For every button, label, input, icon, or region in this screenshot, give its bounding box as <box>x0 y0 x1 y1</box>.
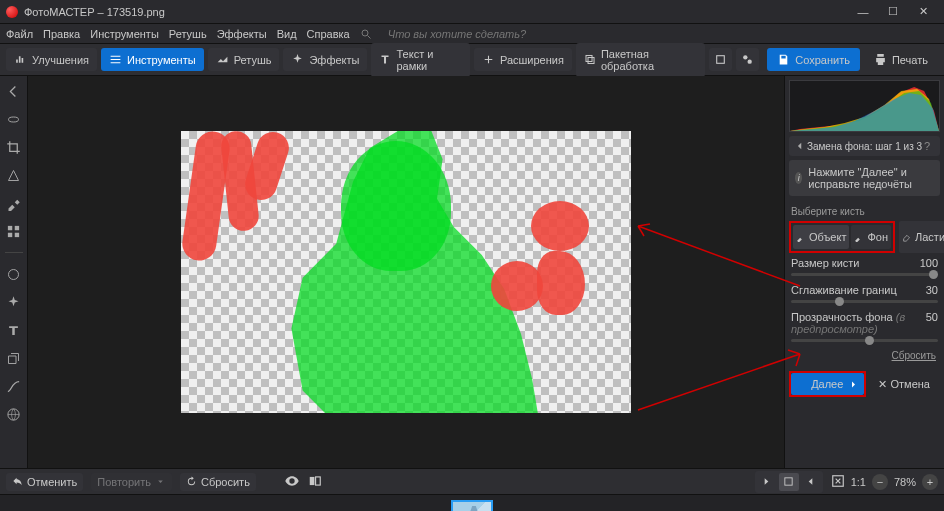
lasso-icon[interactable] <box>5 110 23 128</box>
step-title: Замена фона: шаг 1 из 3 <box>805 141 924 152</box>
chevron-left-icon[interactable] <box>795 141 805 151</box>
zoom-in-button[interactable]: + <box>922 474 938 490</box>
zoom-controls: 1:1 − 78% + <box>831 474 938 490</box>
filmstrip <box>0 494 944 511</box>
bg-mark <box>491 261 543 311</box>
zoom-value: 78% <box>894 476 916 488</box>
app-logo-icon <box>6 6 18 18</box>
filmstrip-thumb[interactable] <box>451 500 493 511</box>
menu-file[interactable]: Файл <box>6 28 33 40</box>
view-next-icon[interactable] <box>801 473 821 491</box>
histogram <box>789 80 940 132</box>
tab-extensions[interactable]: Расширения <box>474 48 572 71</box>
menu-edit[interactable]: Правка <box>43 28 80 40</box>
redo-button[interactable]: Повторить <box>91 473 172 491</box>
choose-brush-label: Выберите кисть <box>785 200 944 221</box>
close-button[interactable]: ✕ <box>908 5 938 18</box>
svg-rect-14 <box>315 476 320 484</box>
svg-point-11 <box>9 269 19 279</box>
svg-rect-13 <box>310 476 315 484</box>
panel-step-header: Замена фона: шаг 1 из 3 ? <box>789 136 940 156</box>
view-single-icon[interactable] <box>757 473 777 491</box>
undo-button[interactable]: Отменить <box>6 473 83 491</box>
view-mode-group <box>755 471 823 493</box>
svg-rect-8 <box>15 225 19 229</box>
bottom-bar: Отменить Повторить Сбросить 1:1 − 78% + <box>0 468 944 494</box>
maximize-button[interactable]: ☐ <box>878 5 908 18</box>
tab-batch[interactable]: Пакетная обработка <box>576 43 705 77</box>
text-icon[interactable] <box>5 321 23 339</box>
tab-retouch[interactable]: Ретушь <box>208 48 280 71</box>
menu-bar: Файл Правка Инструменты Ретушь Эффекты В… <box>0 24 944 44</box>
svg-point-5 <box>743 55 747 59</box>
brush-background-button[interactable]: Фон <box>851 225 891 249</box>
annotation-arrow-icon <box>628 310 808 420</box>
svg-rect-3 <box>588 57 594 63</box>
menu-help[interactable]: Справка <box>307 28 350 40</box>
view-grid-icon[interactable] <box>779 473 799 491</box>
brush-eraser-button[interactable]: Ластик <box>899 221 944 253</box>
hint-text: Нажмите "Далее" и исправьте недочёты <box>808 166 934 190</box>
brush-icon[interactable] <box>5 194 23 212</box>
preview-toggle-icon[interactable] <box>284 473 300 491</box>
minimize-button[interactable]: — <box>848 6 878 18</box>
toolbar-extra-1[interactable] <box>709 48 732 71</box>
tab-improvements[interactable]: Улучшения <box>6 48 97 71</box>
edge-smooth-slider[interactable]: Сглаживание границ30 <box>785 280 944 307</box>
fit-label[interactable]: 1:1 <box>851 476 866 488</box>
back-arrow-icon[interactable] <box>5 82 23 100</box>
image-canvas[interactable] <box>181 131 631 413</box>
filmstrip-prev[interactable] <box>6 501 24 511</box>
sparkle-icon[interactable] <box>5 293 23 311</box>
print-button[interactable]: Печать <box>864 48 938 71</box>
cancel-button[interactable]: ✕ Отмена <box>868 371 941 397</box>
curve-icon[interactable] <box>5 377 23 395</box>
annotation-arrow-icon <box>628 216 808 296</box>
globe-icon[interactable] <box>5 405 23 423</box>
compare-icon[interactable] <box>308 474 322 490</box>
grid-icon[interactable] <box>5 222 23 240</box>
menu-tools[interactable]: Инструменты <box>90 28 159 40</box>
chevron-right-icon <box>849 380 858 389</box>
svg-point-6 <box>748 60 752 64</box>
menu-retouch[interactable]: Ретушь <box>169 28 207 40</box>
right-panel: Замена фона: шаг 1 из 3 ? i Нажмите "Дал… <box>784 76 944 468</box>
clone-icon[interactable] <box>5 349 23 367</box>
title-bar: ФотоМАСТЕР – 173519.png — ☐ ✕ <box>0 0 944 24</box>
search-placeholder[interactable]: Что вы хотите сделать? <box>388 28 526 40</box>
geometry-icon[interactable] <box>5 166 23 184</box>
crop-icon[interactable] <box>5 138 23 156</box>
svg-rect-4 <box>717 56 725 64</box>
reset-link[interactable]: Сбросить <box>785 346 944 365</box>
svg-point-0 <box>362 30 368 36</box>
fit-screen-icon[interactable] <box>831 474 845 490</box>
menu-view[interactable]: Вид <box>277 28 297 40</box>
menu-effects[interactable]: Эффекты <box>217 28 267 40</box>
svg-rect-10 <box>15 232 19 236</box>
help-icon[interactable]: ? <box>924 140 934 152</box>
svg-line-1 <box>367 35 370 38</box>
bg-mark <box>531 201 589 251</box>
main-toolbar: Улучшения Инструменты Ретушь Эффекты Тек… <box>0 44 944 76</box>
left-tool-strip <box>0 76 28 468</box>
filmstrip-next[interactable] <box>920 501 938 511</box>
face-icon[interactable] <box>5 265 23 283</box>
canvas-area[interactable] <box>28 76 784 468</box>
tab-tools[interactable]: Инструменты <box>101 48 204 71</box>
window-title: ФотоМАСТЕР – 173519.png <box>24 6 848 18</box>
next-button[interactable]: Далее <box>791 373 864 395</box>
brush-size-slider[interactable]: Размер кисти100 <box>785 253 944 280</box>
zoom-out-button[interactable]: − <box>872 474 888 490</box>
svg-rect-9 <box>8 232 12 236</box>
reset-button[interactable]: Сбросить <box>180 473 256 491</box>
close-icon: ✕ <box>878 378 887 391</box>
tab-effects[interactable]: Эффекты <box>283 48 367 71</box>
info-icon: i <box>795 172 802 184</box>
bg-opacity-slider[interactable]: Прозрачность фона (в предпросмотре)50 <box>785 307 944 346</box>
hint-bar: i Нажмите "Далее" и исправьте недочёты <box>789 160 940 196</box>
toolbar-extra-2[interactable] <box>736 48 759 71</box>
save-button[interactable]: Сохранить <box>767 48 860 71</box>
tab-text[interactable]: Текст и рамки <box>371 43 469 77</box>
bg-mark <box>537 251 585 315</box>
search-icon <box>360 28 372 40</box>
